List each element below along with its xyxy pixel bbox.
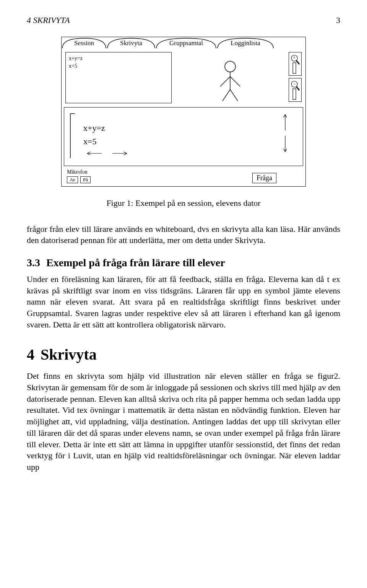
ask-button[interactable]: Fråga <box>252 173 276 183</box>
section-3-3-heading: 3.3Exempel på fråga från lärare till ele… <box>27 257 340 269</box>
arrow-right-icon <box>112 147 128 160</box>
arrow-down-icon <box>282 135 297 155</box>
svg-point-4 <box>225 61 235 72</box>
svg-rect-17 <box>293 89 296 99</box>
running-head: 4 SKRIVYTA 3 <box>27 15 340 25</box>
arrow-up-icon <box>282 113 297 133</box>
svg-text:-: - <box>294 81 295 86</box>
tab-skrivyta[interactable]: Skrivyta <box>107 37 156 48</box>
svg-line-9 <box>230 90 238 101</box>
zoom-out-button[interactable]: - <box>289 78 302 102</box>
svg-line-8 <box>222 90 230 101</box>
mic-on-button[interactable]: På <box>80 176 91 183</box>
tab-row: Session Skrivyta Gruppsamtal Logginlista <box>62 37 305 48</box>
mic-off-button[interactable]: Av <box>67 176 78 183</box>
svg-text:Gruppsamtal: Gruppsamtal <box>169 39 203 47</box>
zoom-in-button[interactable]: + <box>289 52 302 76</box>
figure-1: Session Skrivyta Gruppsamtal Logginlista… <box>61 37 306 208</box>
svg-text:+: + <box>293 55 296 60</box>
section-title: Exempel på fråga från lärare till elever <box>46 257 225 269</box>
svg-line-16 <box>296 86 299 90</box>
svg-text:Session: Session <box>74 39 94 47</box>
running-head-left: 4 SKRIVYTA <box>27 15 70 25</box>
svg-line-6 <box>220 77 230 86</box>
lower-line-1: x+y=z <box>83 121 274 135</box>
person-icon <box>215 60 245 103</box>
tab-logginlista[interactable]: Logginlista <box>217 37 274 48</box>
svg-text:Skrivyta: Skrivyta <box>120 39 142 47</box>
paragraph-3: Det finns en skrivyta som hjälp vid illu… <box>27 370 340 472</box>
paragraph-1: frågor från elev till lärare används en … <box>27 223 340 246</box>
note-line-2: x=5 <box>69 62 168 70</box>
note-line-1: x+y=z <box>69 55 168 62</box>
svg-rect-13 <box>293 63 296 73</box>
lower-line-2: x=5 <box>83 135 274 148</box>
lower-panel: x+y=z x=5 <box>64 107 303 166</box>
chapter-4-heading: 4Skrivyta <box>27 345 340 363</box>
arrow-left-icon <box>86 147 102 160</box>
figure-caption: Figur 1: Exempel på en session, elevens … <box>61 198 306 208</box>
tab-gruppsamtal[interactable]: Gruppsamtal <box>156 37 217 48</box>
note-box: x+y=z x=5 <box>65 52 172 103</box>
paragraph-2: Under en föreläsning kan läraren, för at… <box>27 274 340 330</box>
chapter-number: 4 <box>27 346 34 363</box>
mic-label: Mikrofon <box>67 169 91 175</box>
section-number: 3.3 <box>27 257 40 269</box>
chapter-title: Skrivyta <box>41 346 97 363</box>
tab-session[interactable]: Session <box>62 37 107 48</box>
svg-text:Logginlista: Logginlista <box>231 39 260 47</box>
running-head-page: 3 <box>336 15 340 25</box>
svg-line-12 <box>296 60 299 64</box>
svg-line-7 <box>230 77 240 86</box>
bracket-icon <box>70 113 76 159</box>
